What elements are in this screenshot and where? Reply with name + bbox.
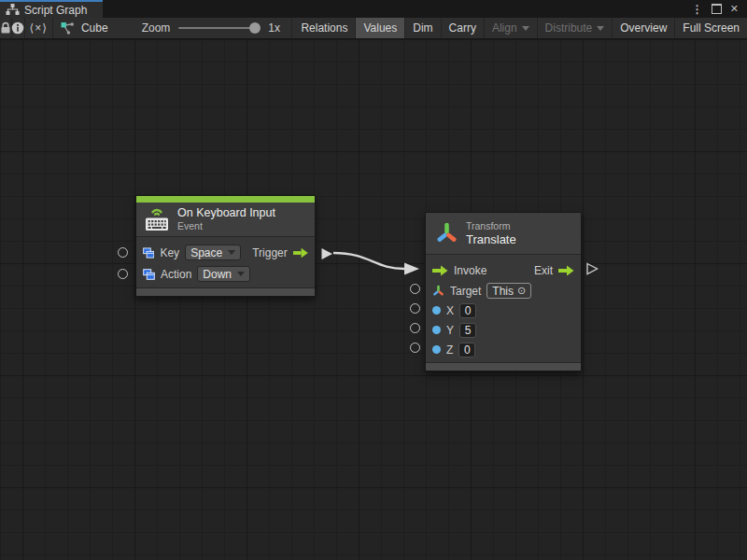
graph-hierarchy-icon	[6, 4, 20, 16]
chevron-down-icon	[228, 250, 235, 255]
keyboard-icon	[144, 208, 170, 231]
param-z-field[interactable]: 0	[458, 343, 475, 357]
param-x-field[interactable]: 0	[459, 303, 476, 318]
exit-output-port[interactable]	[558, 265, 574, 276]
relations-button[interactable]: Relations	[293, 18, 355, 38]
tab-bar: Script Graph ⋮ ✕	[0, 0, 747, 18]
overview-button[interactable]: Overview	[613, 18, 674, 38]
param-row-x: X 0	[426, 301, 581, 320]
translate-y-input-port[interactable]	[410, 323, 420, 333]
translate-node-titles: Transform Translate	[466, 220, 516, 246]
zoom-control: Zoom 1x	[142, 18, 291, 38]
values-button[interactable]: Values	[356, 18, 404, 38]
object-picker-icon: ⊙	[517, 286, 526, 296]
chevron-down-icon	[522, 26, 529, 31]
zoom-slider[interactable]	[178, 22, 259, 34]
info-button[interactable]	[11, 18, 24, 38]
overview-label: Overview	[620, 21, 667, 35]
event-node-body: Key Space Trigger Action Down	[136, 237, 315, 287]
trigger-connection-port[interactable]	[320, 247, 333, 260]
key-row: Key Space Trigger	[136, 242, 315, 263]
value-port-icon	[432, 345, 441, 354]
graph-pointer-icon	[61, 21, 76, 35]
key-value: Space	[190, 246, 222, 259]
action-row: Action Down	[136, 263, 315, 285]
translate-node-body: Invoke Exit Target This ⊙ X 0	[426, 255, 581, 362]
carry-button[interactable]: Carry	[442, 18, 484, 38]
invoke-label: Invoke	[454, 264, 486, 277]
target-value: This	[492, 285, 514, 298]
node-category: Transform	[466, 220, 516, 232]
target-row: Target This ⊙	[426, 281, 581, 301]
graph-target-label: Cube	[81, 21, 108, 35]
relations-label: Relations	[301, 21, 347, 35]
transform-icon	[435, 221, 458, 245]
invoke-row: Invoke Exit	[426, 259, 581, 281]
close-icon[interactable]: ✕	[730, 4, 739, 14]
chevron-down-icon	[237, 272, 245, 276]
distribute-label: Distribute	[545, 21, 593, 35]
key-label: Key	[160, 246, 179, 259]
align-label: Align	[492, 21, 517, 35]
value-input-icon	[143, 247, 154, 259]
target-object-button[interactable]: This ⊙	[486, 283, 531, 299]
dim-button[interactable]: Dim	[405, 18, 440, 38]
translate-x-input-port[interactable]	[410, 303, 420, 314]
zoom-slider-track[interactable]	[178, 27, 259, 29]
event-node-titles: On Keyboard Input Event	[177, 206, 275, 232]
code-icon: ⟨×⟩	[29, 21, 47, 35]
exit-connection-port[interactable]	[585, 262, 599, 275]
param-y-field[interactable]: 5	[459, 323, 476, 338]
toolbar-right-buttons: Relations Values Dim Carry Align Distrib…	[293, 18, 747, 38]
align-dropdown-button[interactable]: Align	[485, 18, 537, 38]
param-row-z: Z 0	[426, 340, 581, 359]
fullscreen-label: Full Screen	[683, 21, 740, 35]
invoke-input-port[interactable]	[432, 265, 448, 276]
translate-node-footer[interactable]	[426, 362, 581, 371]
node-subtitle: Event	[177, 220, 275, 232]
fullscreen-button[interactable]: Full Screen	[675, 18, 747, 38]
distribute-dropdown-button[interactable]: Distribute	[538, 18, 613, 38]
lock-icon	[0, 21, 11, 35]
event-accent-bar	[136, 196, 315, 203]
event-key-input-port[interactable]	[118, 247, 128, 258]
exit-label: Exit	[534, 264, 553, 277]
action-dropdown[interactable]: Down	[197, 266, 250, 282]
tab-script-graph[interactable]: Script Graph	[0, 0, 103, 18]
transform-mini-icon	[432, 285, 444, 297]
node-title: Translate	[466, 232, 516, 246]
key-dropdown[interactable]: Space	[185, 245, 241, 260]
target-label: Target	[450, 285, 481, 298]
node-title: On Keyboard Input	[177, 206, 275, 220]
event-node-header[interactable]: On Keyboard Input Event	[136, 203, 315, 237]
value-port-icon	[432, 326, 441, 334]
translate-z-input-port[interactable]	[410, 343, 420, 353]
graph-toolbar: ⟨×⟩ Cube Zoom 1x Relations Values Dim	[0, 18, 747, 39]
value-port-icon	[432, 306, 441, 315]
trigger-output-port[interactable]	[293, 247, 308, 259]
action-value: Down	[203, 268, 232, 281]
param-x-label: X	[446, 304, 454, 317]
window-menu-icon[interactable]: ⋮	[692, 4, 703, 15]
info-icon	[11, 21, 24, 35]
chevron-down-icon	[597, 26, 604, 31]
node-on-keyboard-input[interactable]: On Keyboard Input Event Key Space Trigge…	[135, 195, 316, 297]
event-action-input-port[interactable]	[118, 269, 128, 279]
dim-label: Dim	[413, 21, 432, 35]
graph-target-button[interactable]: Cube	[52, 18, 118, 38]
action-label: Action	[161, 268, 191, 281]
maximize-icon[interactable]	[712, 4, 722, 14]
tab-title: Script Graph	[24, 4, 87, 17]
value-input-icon	[143, 269, 155, 280]
lock-button[interactable]	[0, 18, 11, 38]
code-view-button[interactable]: ⟨×⟩	[25, 18, 52, 38]
values-label: Values	[363, 21, 397, 35]
node-transform-translate[interactable]: Transform Translate Invoke Exit Target	[425, 212, 582, 371]
translate-target-input-port[interactable]	[410, 284, 420, 294]
zoom-slider-handle[interactable]	[249, 22, 261, 34]
graph-canvas[interactable]	[0, 39, 747, 560]
param-y-label: Y	[446, 324, 454, 337]
event-node-footer[interactable]	[136, 287, 315, 296]
zoom-label: Zoom	[142, 21, 171, 35]
translate-node-header[interactable]: Transform Translate	[426, 213, 581, 255]
